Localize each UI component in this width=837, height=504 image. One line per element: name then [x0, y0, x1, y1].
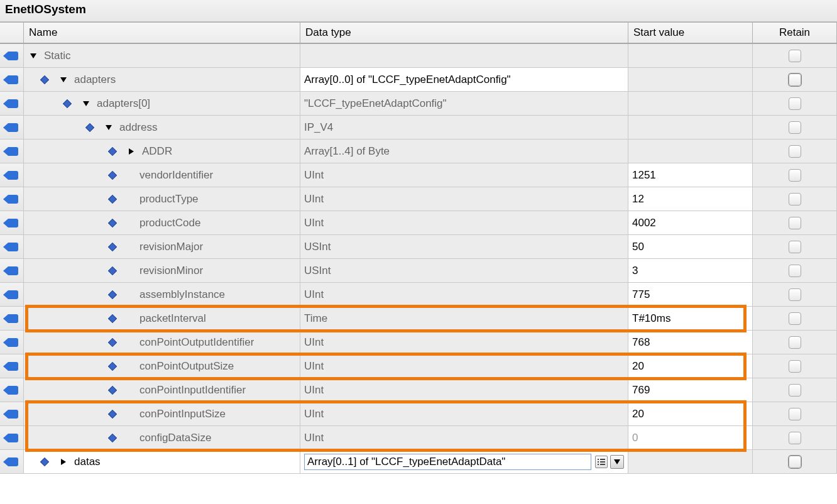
header-retain[interactable]: Retain [753, 23, 837, 43]
table-row[interactable]: datasArray[0..1] of "LCCF_typeEnetAdaptD… [0, 450, 837, 474]
datatype-cell[interactable]: IP_V4 [300, 116, 628, 140]
row-gutter[interactable] [0, 68, 24, 92]
expand-toggle[interactable] [59, 75, 68, 84]
table-row[interactable]: conPointInputIdentifierUInt769 [0, 378, 837, 402]
retain-checkbox[interactable] [789, 265, 801, 277]
table-row[interactable]: adaptersArray[0..0] of "LCCF_typeEnetAda… [0, 68, 837, 92]
expand-toggle[interactable] [127, 147, 136, 156]
datatype-cell[interactable]: UInt [300, 354, 628, 378]
startvalue-cell[interactable]: 768 [628, 331, 753, 354]
retain-cell[interactable] [753, 426, 837, 450]
startvalue-cell[interactable]: T#10ms [628, 307, 753, 331]
startvalue-cell[interactable]: 12 [628, 187, 753, 211]
retain-cell[interactable] [753, 163, 837, 187]
row-gutter[interactable] [0, 235, 24, 259]
startvalue-cell[interactable]: 769 [628, 378, 753, 402]
datatype-dropdown-button[interactable] [610, 455, 624, 469]
retain-cell[interactable] [753, 331, 837, 354]
row-gutter[interactable] [0, 426, 24, 450]
name-cell[interactable]: revisionMajor [24, 235, 300, 259]
retain-checkbox[interactable] [789, 432, 801, 444]
name-cell[interactable]: adapters[0] [24, 92, 300, 116]
name-cell[interactable]: productType [24, 187, 300, 211]
table-row[interactable]: addressIP_V4 [0, 116, 837, 140]
datatype-cell[interactable]: UInt [300, 283, 628, 307]
datatype-cell[interactable]: USInt [300, 259, 628, 283]
datatype-cell[interactable]: Array[1..4] of Byte [300, 140, 628, 163]
startvalue-cell[interactable] [628, 116, 753, 140]
retain-checkbox[interactable] [789, 408, 801, 420]
datatype-editor[interactable]: Array[0..1] of "LCCF_typeEnetAdaptData" [304, 454, 591, 470]
table-row[interactable]: revisionMinorUSInt3 [0, 259, 837, 283]
startvalue-cell[interactable]: 20 [628, 402, 753, 426]
retain-checkbox[interactable] [789, 360, 801, 373]
name-cell[interactable]: conPointOutputSize [24, 354, 300, 378]
retain-checkbox[interactable] [789, 241, 801, 253]
datatype-cell[interactable]: Array[0..0] of "LCCF_typeEnetAdaptConfig… [300, 68, 628, 92]
row-gutter[interactable] [0, 354, 24, 378]
table-row[interactable]: adapters[0]"LCCF_typeEnetAdaptConfig" [0, 92, 837, 116]
name-cell[interactable]: revisionMinor [24, 259, 300, 283]
name-cell[interactable]: ADDR [24, 140, 300, 163]
table-row[interactable]: vendorIdentifierUInt1251 [0, 163, 837, 187]
startvalue-cell[interactable] [628, 68, 753, 92]
startvalue-cell[interactable] [628, 140, 753, 163]
retain-checkbox[interactable] [789, 97, 801, 110]
name-cell[interactable]: adapters [24, 68, 300, 92]
name-cell[interactable]: productCode [24, 211, 300, 235]
table-row[interactable]: productTypeUInt12 [0, 187, 837, 211]
row-gutter[interactable] [0, 283, 24, 307]
name-cell[interactable]: conPointInputIdentifier [24, 378, 300, 402]
datatype-cell[interactable]: UInt [300, 163, 628, 187]
header-datatype[interactable]: Data type [300, 23, 628, 43]
row-gutter[interactable] [0, 307, 24, 331]
header-name[interactable]: Name [24, 23, 300, 43]
retain-checkbox[interactable] [789, 336, 801, 349]
datatype-cell[interactable]: Time [300, 307, 628, 331]
name-cell[interactable]: configDataSize [24, 426, 300, 450]
name-cell[interactable]: Static [24, 44, 300, 68]
datatype-cell[interactable]: USInt [300, 235, 628, 259]
retain-cell[interactable] [753, 402, 837, 426]
expand-toggle[interactable] [82, 99, 90, 108]
retain-cell[interactable] [753, 211, 837, 235]
startvalue-cell[interactable]: 0 [628, 426, 753, 450]
name-cell[interactable]: packetInterval [24, 307, 300, 331]
datatype-cell[interactable]: UInt [300, 426, 628, 450]
datatype-cell[interactable]: UInt [300, 331, 628, 354]
name-cell[interactable]: vendorIdentifier [24, 163, 300, 187]
retain-cell[interactable] [753, 235, 837, 259]
table-row[interactable]: Static [0, 44, 837, 68]
table-row[interactable]: conPointInputSizeUInt20 [0, 402, 837, 426]
table-row[interactable]: configDataSizeUInt0 [0, 426, 837, 450]
datatype-browse-button[interactable] [595, 456, 608, 468]
expand-toggle[interactable] [59, 457, 68, 466]
table-row[interactable]: conPointOutputIdentifierUInt768 [0, 331, 837, 354]
table-row[interactable]: assemblyInstanceUInt775 [0, 283, 837, 307]
retain-cell[interactable] [753, 92, 837, 116]
table-row[interactable]: revisionMajorUSInt50 [0, 235, 837, 259]
name-cell[interactable]: address [24, 116, 300, 140]
table-row[interactable]: conPointOutputSizeUInt20 [0, 354, 837, 378]
startvalue-cell[interactable] [628, 92, 753, 116]
startvalue-cell[interactable]: 1251 [628, 163, 753, 187]
retain-checkbox[interactable] [789, 50, 801, 62]
row-gutter[interactable] [0, 140, 24, 163]
retain-checkbox[interactable] [789, 456, 801, 468]
name-cell[interactable]: assemblyInstance [24, 283, 300, 307]
datatype-cell[interactable]: "LCCF_typeEnetAdaptConfig" [300, 92, 628, 116]
name-cell[interactable]: conPointInputSize [24, 402, 300, 426]
datatype-cell[interactable]: UInt [300, 378, 628, 402]
startvalue-cell[interactable]: 50 [628, 235, 753, 259]
retain-cell[interactable] [753, 354, 837, 378]
table-row[interactable]: ADDRArray[1..4] of Byte [0, 140, 837, 163]
row-gutter[interactable] [0, 92, 24, 116]
startvalue-cell[interactable]: 3 [628, 259, 753, 283]
datatype-cell[interactable]: UInt [300, 187, 628, 211]
row-gutter[interactable] [0, 44, 24, 68]
retain-checkbox[interactable] [789, 288, 801, 301]
expand-toggle[interactable] [29, 52, 38, 60]
retain-cell[interactable] [753, 378, 837, 402]
expand-toggle[interactable] [104, 123, 113, 132]
row-gutter[interactable] [0, 187, 24, 211]
